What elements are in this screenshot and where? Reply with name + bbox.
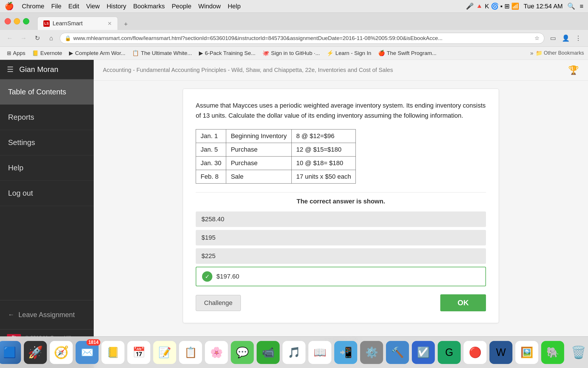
dock-chrome[interactable]: 🔴 — [464, 341, 487, 364]
dock-xcode[interactable]: 🔨 — [386, 341, 409, 364]
answer-option-1[interactable]: $258.40 — [196, 211, 486, 227]
dock-evernote[interactable]: 🐘 — [541, 341, 564, 364]
itunes-icon: 🎵 — [288, 346, 301, 359]
apple-menu[interactable]: 🍎 — [5, 2, 14, 11]
bookmark-swift[interactable]: 🍎 The Swift Program... — [375, 49, 439, 58]
dock-contacts[interactable]: 📒 — [101, 341, 124, 364]
dock-itunes[interactable]: 🎵 — [283, 341, 305, 364]
dock-safari[interactable]: 🧭 — [50, 341, 73, 364]
sidebar-item-toc[interactable]: Table of Contents — [0, 79, 94, 105]
menubar-file[interactable]: File — [51, 3, 61, 10]
table-row: Feb. 8 Sale 17 units x $50 each — [196, 170, 356, 184]
mac-menubar: 🍎 Chrome File Edit View History Bookmark… — [0, 0, 588, 13]
dock-reminders[interactable]: 📋 — [179, 341, 202, 364]
bookmark-github[interactable]: 🐙 Sign in to GitHub ·... — [260, 49, 323, 58]
bookmark-evernote[interactable]: 📒 Evernote — [29, 49, 65, 58]
forward-button[interactable]: → — [18, 33, 29, 43]
sidebar-item-settings[interactable]: Settings — [0, 130, 94, 155]
profile-button[interactable]: 👤 — [560, 33, 571, 43]
trophy-icon[interactable]: 🏆 — [568, 65, 579, 75]
sidebar-item-help[interactable]: Help — [0, 155, 94, 181]
bookmark-apps[interactable]: ⊞ Apps — [4, 49, 28, 58]
leave-assignment-button[interactable]: ← Leave Assignment — [0, 305, 94, 325]
dock-sysprefs[interactable]: ⚙️ — [360, 341, 383, 364]
dock-photos[interactable]: 🌸 — [205, 341, 228, 364]
arm-icon: ▶ — [69, 50, 73, 56]
menubar-chrome[interactable]: Chrome — [22, 3, 44, 10]
address-bar[interactable]: 🔒 www.mhlearnsmart.com/flow/learnsmart.h… — [60, 33, 544, 44]
maximize-button[interactable] — [23, 18, 29, 24]
dock-ibooks[interactable]: 📖 — [308, 341, 331, 364]
notes-icon: 📝 — [158, 346, 171, 359]
dock-facetime[interactable]: 📹 — [257, 341, 280, 364]
hamburger-menu[interactable]: ☰ — [7, 65, 14, 74]
bookmark-6pack[interactable]: ▶ 6-Pack Training Se... — [196, 49, 258, 58]
dock-grammarly[interactable]: G — [438, 341, 461, 364]
menubar-icons: 🎤 🔺 K 🌀 ▪ ⊞ 📶 — [466, 3, 519, 10]
menubar-history[interactable]: History — [107, 3, 126, 10]
bookmark-arm[interactable]: ▶ Complete Arm Wor... — [66, 49, 128, 58]
evernote-icon: 📒 — [32, 50, 39, 56]
cast-button[interactable]: ▭ — [548, 33, 558, 43]
browser-tab[interactable]: LS LearnSmart ✕ — [37, 17, 118, 30]
sixpack-icon: ▶ — [199, 50, 203, 56]
bookmark-arm-label: Complete Arm Wor... — [75, 50, 125, 56]
back-button[interactable]: ← — [5, 33, 15, 43]
dock-wunderlist[interactable]: ☑️ — [412, 341, 435, 364]
bookmark-evernote-label: Evernote — [40, 50, 62, 56]
list-icon[interactable]: ≡ — [580, 3, 583, 10]
menubar-edit[interactable]: Edit — [68, 3, 79, 10]
answer-option-4-correct[interactable]: ✓ $197.60 — [196, 267, 486, 286]
preview-icon: 🖼️ — [520, 346, 533, 359]
menu-button[interactable]: ⋮ — [573, 33, 583, 43]
challenge-button[interactable]: Challenge — [196, 295, 241, 311]
close-button[interactable] — [5, 18, 11, 24]
table-cell-value: 10 @ $18= $180 — [291, 157, 356, 170]
answer-option-2[interactable]: $195 — [196, 230, 486, 245]
refresh-button[interactable]: ↻ — [32, 33, 43, 43]
minimize-button[interactable] — [14, 18, 20, 24]
dock-mail[interactable]: ✉️ 1814 — [76, 341, 99, 364]
dock-launchpad[interactable]: 🚀 — [24, 341, 47, 364]
menubar-view[interactable]: View — [86, 3, 100, 10]
dock-word[interactable]: W — [489, 341, 512, 364]
menubar-help[interactable]: Help — [228, 3, 241, 10]
answer-option-3[interactable]: $225 — [196, 248, 486, 264]
new-tab-button[interactable]: + — [120, 18, 132, 30]
answer-label-2: $195 — [201, 234, 216, 241]
other-bookmarks-label[interactable]: Other Bookmarks — [544, 50, 584, 56]
bookmark-learn[interactable]: ⚡ Learn - Sign In — [324, 49, 374, 58]
dock-calendar[interactable]: 📅 — [127, 341, 150, 364]
answer-label-1: $258.40 — [201, 216, 224, 223]
dock-preview[interactable]: 🖼️ — [515, 341, 538, 364]
sidebar-item-reports[interactable]: Reports — [0, 105, 94, 130]
sidebar-item-logout[interactable]: Log out — [0, 181, 94, 206]
bookmark-whiteboard[interactable]: 📋 The Ultimate White... — [129, 49, 195, 58]
ok-button[interactable]: OK — [440, 294, 486, 311]
dock-messages[interactable]: 💬 — [231, 341, 254, 364]
table-cell-type: Sale — [226, 170, 291, 184]
calendar-icon: 📅 — [132, 346, 145, 359]
launchpad-icon: 🚀 — [28, 345, 43, 359]
menubar-people[interactable]: People — [172, 3, 191, 10]
tab-close-button[interactable]: ✕ — [107, 20, 112, 27]
other-bookmarks-button[interactable]: 📁 — [536, 50, 543, 56]
star-icon[interactable]: ☆ — [535, 35, 539, 41]
dock-notes[interactable]: 📝 — [153, 341, 176, 364]
xcode-icon: 🔨 — [391, 346, 404, 359]
answer-divider — [196, 192, 486, 192]
menubar-time: Tue 12:54 AM — [524, 3, 563, 10]
dock-finder[interactable]: 🟦 — [0, 341, 21, 364]
wunderlist-icon: ☑️ — [417, 346, 430, 359]
dock-appstore[interactable]: 📲 — [334, 341, 357, 364]
sidebar-header: ☰ Gian Moran — [0, 60, 94, 79]
home-button[interactable]: ⌂ — [46, 33, 56, 43]
dock-trash[interactable]: 🗑️ — [567, 341, 588, 364]
bookmarks-more-button[interactable]: » — [530, 50, 533, 56]
search-icon[interactable]: 🔍 — [567, 3, 575, 10]
bookmark-learn-label: Learn - Sign In — [335, 50, 371, 56]
bookmark-swift-label: The Swift Program... — [387, 50, 437, 56]
table-cell-date: Jan. 30 — [196, 157, 226, 170]
menubar-window[interactable]: Window — [198, 3, 221, 10]
menubar-bookmarks[interactable]: Bookmarks — [133, 3, 165, 10]
